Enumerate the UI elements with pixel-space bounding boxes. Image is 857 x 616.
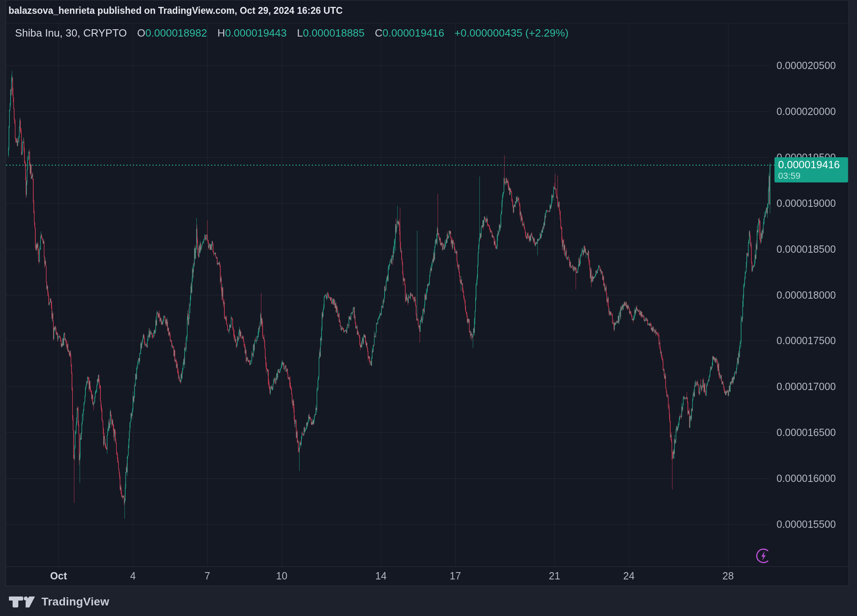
lightning-badge-icon (751, 544, 776, 568)
candlestick-chart-canvas[interactable] (0, 0, 857, 589)
tradingview-snapshot-page: balazsova_henrieta published on TradingV… (0, 0, 857, 616)
brand-name: TradingView (41, 595, 109, 608)
tradingview-attribution[interactable]: TradingView (9, 595, 109, 609)
tradingview-logo-icon (9, 595, 37, 609)
